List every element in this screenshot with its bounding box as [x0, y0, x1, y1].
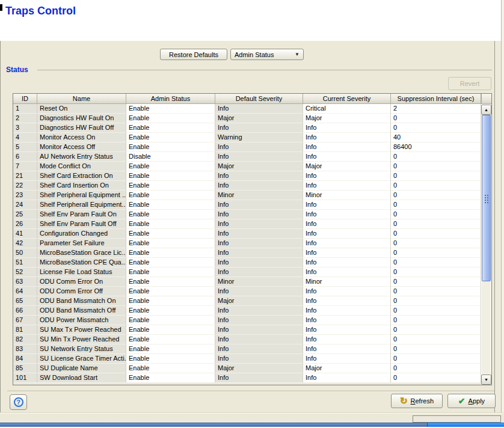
cell-suppression-interval[interactable]: 86400	[391, 142, 481, 152]
table-row[interactable]: 24Shelf Peripherall Equipment...EnableIn…	[13, 200, 481, 210]
cell-suppression-interval[interactable]: 0	[391, 258, 481, 268]
table-row[interactable]: 1Reset OnEnableInfoCritical2	[13, 104, 481, 114]
cell-admin-status[interactable]: Enable	[126, 268, 215, 277]
cell-suppression-interval[interactable]: 0	[391, 268, 481, 277]
table-row[interactable]: 26Shelf Env Param Fault OffEnableInfoInf…	[13, 219, 481, 229]
cell-admin-status[interactable]: Enable	[126, 123, 215, 133]
cell-admin-status[interactable]: Enable	[126, 210, 215, 219]
table-row[interactable]: 3Diagnostics HW Fault OffEnableInfoInfo0	[13, 123, 481, 133]
cell-admin-status[interactable]: Enable	[126, 142, 215, 152]
column-header-name[interactable]: Name	[37, 94, 126, 104]
cell-suppression-interval[interactable]: 0	[391, 325, 481, 335]
table-row[interactable]: 101SW Download StartEnableInfoInfo0	[13, 373, 481, 383]
cell-suppression-interval[interactable]: 0	[391, 277, 481, 287]
cell-suppression-interval[interactable]: 0	[391, 191, 481, 200]
cell-admin-status[interactable]: Enable	[126, 248, 215, 258]
table-row[interactable]: 64ODU Comm Error OffEnableInfoInfo0	[13, 287, 481, 296]
scrollbar-track[interactable]	[482, 115, 491, 374]
trap-attribute-dropdown[interactable]: Admin Status ▼	[230, 49, 304, 60]
cell-current-severity[interactable]: Info	[303, 316, 391, 325]
cell-admin-status[interactable]: Enable	[126, 191, 215, 200]
cell-suppression-interval[interactable]: 0	[391, 219, 481, 229]
column-header-suppression-interval[interactable]: Suppression Interval (sec)	[391, 94, 481, 104]
cell-current-severity[interactable]: Info	[303, 239, 391, 248]
cell-admin-status[interactable]: Disable	[126, 152, 215, 162]
cell-admin-status[interactable]: Enable	[126, 219, 215, 229]
cell-current-severity[interactable]: Critical	[303, 104, 391, 114]
cell-admin-status[interactable]: Enable	[126, 229, 215, 239]
table-row[interactable]: 7Mode Conflict OnEnableMajorMajor0	[13, 162, 481, 171]
cell-current-severity[interactable]: Info	[303, 142, 391, 152]
cell-suppression-interval[interactable]: 0	[391, 239, 481, 248]
table-row[interactable]: 4Monitor Access OnEnableWarningInfo40	[13, 133, 481, 142]
cell-admin-status[interactable]: Enable	[126, 114, 215, 123]
apply-button[interactable]: ✔ Apply	[447, 394, 496, 408]
cell-suppression-interval[interactable]: 0	[391, 181, 481, 191]
cell-admin-status[interactable]: Enable	[126, 296, 215, 306]
table-row[interactable]: 23Shelf Peripheral Equipment ...EnableMi…	[13, 191, 481, 200]
table-scrollbar[interactable]: ▲ ▼	[481, 94, 491, 385]
table-row[interactable]: 84SU License Grace Timer Acti...EnableIn…	[13, 354, 481, 364]
column-header-id[interactable]: ID	[13, 94, 37, 104]
cell-current-severity[interactable]: Info	[303, 325, 391, 335]
table-row[interactable]: 21Shelf Card Extraction OnEnableInfoInfo…	[13, 171, 481, 181]
cell-admin-status[interactable]: Enable	[126, 277, 215, 287]
table-row[interactable]: 51MicroBaseStation CPE Qua...EnableInfoI…	[13, 258, 481, 268]
cell-admin-status[interactable]: Enable	[126, 162, 215, 171]
cell-current-severity[interactable]: Info	[303, 152, 391, 162]
cell-suppression-interval[interactable]: 2	[391, 104, 481, 114]
cell-suppression-interval[interactable]: 0	[391, 200, 481, 210]
cell-current-severity[interactable]: Info	[303, 123, 391, 133]
cell-suppression-interval[interactable]: 0	[391, 306, 481, 316]
cell-admin-status[interactable]: Enable	[126, 287, 215, 296]
cell-suppression-interval[interactable]: 0	[391, 171, 481, 181]
cell-suppression-interval[interactable]: 0	[391, 354, 481, 364]
cell-suppression-interval[interactable]: 0	[391, 123, 481, 133]
cell-current-severity[interactable]: Info	[303, 268, 391, 277]
cell-suppression-interval[interactable]: 0	[391, 373, 481, 383]
cell-current-severity[interactable]: Major	[303, 114, 391, 123]
cell-admin-status[interactable]: Enable	[126, 316, 215, 325]
cell-admin-status[interactable]: Enable	[126, 104, 215, 114]
cell-current-severity[interactable]: Info	[303, 229, 391, 239]
table-row[interactable]: 52License File Load StatusEnableInfoInfo…	[13, 268, 481, 277]
cell-current-severity[interactable]: Info	[303, 181, 391, 191]
cell-suppression-interval[interactable]: 0	[391, 152, 481, 162]
cell-suppression-interval[interactable]: 0	[391, 296, 481, 306]
cell-current-severity[interactable]: Info	[303, 171, 391, 181]
scroll-up-button[interactable]: ▲	[481, 105, 491, 115]
table-row[interactable]: 25Shelf Env Param Fault OnEnableInfoInfo…	[13, 210, 481, 219]
cell-suppression-interval[interactable]: 0	[391, 210, 481, 219]
cell-current-severity[interactable]: Minor	[303, 277, 391, 287]
cell-admin-status[interactable]: Enable	[126, 354, 215, 364]
cell-current-severity[interactable]: Info	[303, 219, 391, 229]
cell-current-severity[interactable]: Info	[303, 210, 391, 219]
scrollbar-thumb[interactable]	[482, 115, 491, 281]
cell-suppression-interval[interactable]: 0	[391, 229, 481, 239]
cell-suppression-interval[interactable]: 0	[391, 162, 481, 171]
column-header-default-severity[interactable]: Default Severity	[215, 94, 303, 104]
table-row[interactable]: 82SU Min Tx Power ReachedEnableInfoInfo0	[13, 335, 481, 344]
cell-admin-status[interactable]: Enable	[126, 171, 215, 181]
restore-defaults-button[interactable]: Restore Defaults	[160, 49, 227, 60]
table-row[interactable]: 67ODU Power MissmatchEnableInfoInfo0	[13, 316, 481, 325]
cell-suppression-interval[interactable]: 0	[391, 287, 481, 296]
cell-current-severity[interactable]: Info	[303, 200, 391, 210]
cell-admin-status[interactable]: Enable	[126, 181, 215, 191]
cell-admin-status[interactable]: Enable	[126, 344, 215, 354]
cell-suppression-interval[interactable]: 0	[391, 335, 481, 344]
cell-admin-status[interactable]: Enable	[126, 364, 215, 373]
cell-admin-status[interactable]: Enable	[126, 200, 215, 210]
cell-current-severity[interactable]: Info	[303, 354, 391, 364]
table-row[interactable]: 65ODU Band Missmatch OnEnableMajorInfo0	[13, 296, 481, 306]
column-header-admin-status[interactable]: Admin Status	[126, 94, 215, 104]
table-row[interactable]: 42Parameter Set FailureEnableInfoInfo0	[13, 239, 481, 248]
cell-current-severity[interactable]: Info	[303, 133, 391, 142]
cell-suppression-interval[interactable]: 0	[391, 364, 481, 373]
cell-current-severity[interactable]: Major	[303, 162, 391, 171]
cell-admin-status[interactable]: Enable	[126, 133, 215, 142]
cell-current-severity[interactable]: Info	[303, 306, 391, 316]
cell-admin-status[interactable]: Enable	[126, 306, 215, 316]
cell-current-severity[interactable]: Info	[303, 373, 391, 383]
cell-current-severity[interactable]: Info	[303, 258, 391, 268]
